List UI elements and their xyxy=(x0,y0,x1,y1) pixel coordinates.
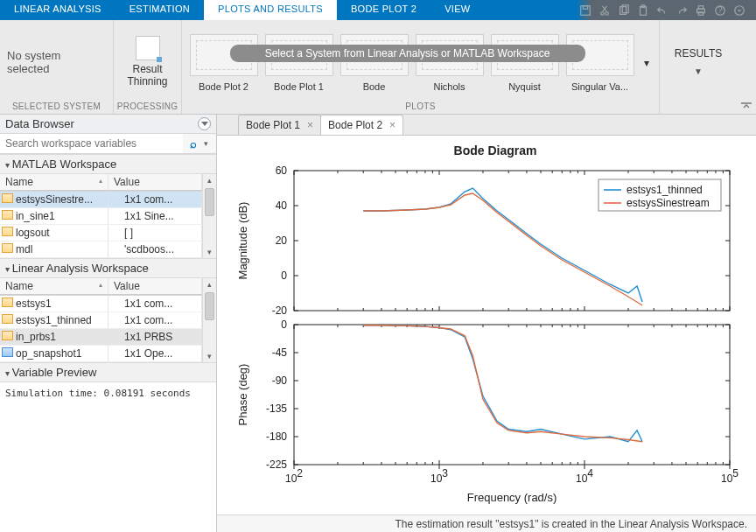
ribbon-tabs: LINEAR ANALYSIS ESTIMATION PLOTS AND RES… xyxy=(0,0,756,20)
results-dropdown[interactable]: ▼ xyxy=(694,66,703,76)
svg-text:estsysSinestream: estsysSinestream xyxy=(626,197,710,209)
svg-text:-20: -20 xyxy=(272,304,288,317)
ribbon-tab-estimation[interactable]: ESTIMATION xyxy=(116,0,204,20)
table-row[interactable]: mdl'scdboos... xyxy=(0,242,202,258)
scroll-up-icon[interactable]: ▴ xyxy=(203,174,216,186)
svg-text:102: 102 xyxy=(285,467,303,485)
scroll-down-icon[interactable]: ▾ xyxy=(203,246,216,258)
group-title-selected-system: SELECTED SYSTEM xyxy=(0,100,113,114)
matlab-workspace-header[interactable]: Name Value xyxy=(0,174,202,192)
help-icon[interactable]: ? xyxy=(712,3,728,18)
plot-thumb-label: Bode Plot 2 xyxy=(199,81,248,92)
bode-chart: Bode Diagram-200204060-225-180-135-90-45… xyxy=(217,136,756,512)
plot-gallery: Bode Plot 2 Bode Plot 1 Bode Nichols Nyq… xyxy=(186,34,655,92)
col-name[interactable]: Name xyxy=(0,278,108,295)
group-plots: Bode Plot 2 Bode Plot 1 Bode Nichols Nyq… xyxy=(182,20,660,114)
svg-text:103: 103 xyxy=(430,467,448,485)
data-browser-title: Data Browser xyxy=(5,117,198,130)
linear-workspace-header[interactable]: Name Value xyxy=(0,278,202,296)
doc-tab-bode-plot-1[interactable]: Bode Plot 1 × xyxy=(238,115,321,135)
table-row[interactable]: estsys1_thinned1x1 com... xyxy=(0,312,202,329)
plot-thumb-label: Nyquist xyxy=(508,81,541,92)
svg-text:0: 0 xyxy=(281,318,287,331)
svg-text:-90: -90 xyxy=(272,374,288,387)
group-results: RESULTS ▼ xyxy=(660,20,737,114)
paste-icon[interactable] xyxy=(635,3,651,18)
svg-text:0: 0 xyxy=(281,270,287,282)
ribbon-tab-linear-analysis[interactable]: LINEAR ANALYSIS xyxy=(0,0,116,20)
svg-text:-135: -135 xyxy=(266,402,287,415)
search-input[interactable] xyxy=(0,134,183,153)
more-icon[interactable] xyxy=(732,3,747,18)
print-icon[interactable] xyxy=(693,3,709,18)
variable-preview-body: Simulation time: 0.08191 seconds xyxy=(0,382,216,532)
save-icon[interactable] xyxy=(578,3,593,18)
svg-text:60: 60 xyxy=(276,164,288,177)
svg-text:-225: -225 xyxy=(266,458,287,471)
scroll-up-icon[interactable]: ▴ xyxy=(203,278,216,290)
ribbon-tab-view[interactable]: VIEW xyxy=(430,0,484,20)
plot-thumb-label: Bode Plot 1 xyxy=(274,81,324,92)
doc-tab-bode-plot-2[interactable]: Bode Plot 2 × xyxy=(320,115,403,135)
bode-plot-area[interactable]: Bode Diagram-200204060-225-180-135-90-45… xyxy=(217,136,756,514)
ribbon-tab-plots-and-results[interactable]: PLOTS AND RESULTS xyxy=(204,0,337,20)
svg-text:-45: -45 xyxy=(272,346,288,359)
data-browser-menu-button[interactable] xyxy=(198,117,211,130)
scroll-thumb[interactable] xyxy=(205,188,214,216)
plot-gallery-dropdown[interactable]: ▾ xyxy=(638,54,655,72)
svg-text:Phase (deg): Phase (deg) xyxy=(236,364,249,426)
section-linear-analysis-workspace[interactable]: Linear Analysis Workspace xyxy=(0,258,216,278)
table-row[interactable]: estsysSinestre...1x1 com... xyxy=(0,192,202,208)
plot-thumb-bode-plot-2[interactable]: Bode Plot 2 xyxy=(186,34,262,92)
table-row[interactable]: in_prbs11x1 PRBS xyxy=(0,329,202,346)
svg-rect-9 xyxy=(698,5,703,9)
section-matlab-workspace[interactable]: MATLAB Workspace xyxy=(0,154,216,174)
matlab-workspace-rows: estsysSinestre...1x1 com...in_sine11x1 S… xyxy=(0,192,202,258)
ribbon-tab-bode-plot-2[interactable]: BODE PLOT 2 xyxy=(337,0,430,20)
collapse-toolstrip-button[interactable] xyxy=(737,20,756,114)
search-icon[interactable]: ⌕ xyxy=(183,137,204,150)
search-dropdown[interactable]: ▾ xyxy=(204,139,216,148)
copy-icon[interactable] xyxy=(616,3,632,18)
result-thinning-icon xyxy=(136,36,160,60)
group-title-plots: PLOTS xyxy=(182,100,659,114)
col-value[interactable]: Value xyxy=(108,174,202,191)
svg-text:105: 105 xyxy=(721,467,738,485)
table-row[interactable]: op_snapshot11x1 Ope... xyxy=(0,346,202,362)
cut-icon[interactable] xyxy=(597,3,612,18)
scrollbar-vertical[interactable]: ▴ ▾ xyxy=(202,278,216,362)
plot-thumb-singular-values[interactable]: Singular Va... xyxy=(563,34,638,92)
result-thinning-label: Result Thinning xyxy=(121,64,174,88)
group-title-results xyxy=(660,100,737,114)
result-thinning-button[interactable]: Result Thinning xyxy=(121,36,174,88)
plot-thumb-label: Singular Va... xyxy=(571,81,628,92)
scroll-thumb[interactable] xyxy=(205,292,214,320)
redo-icon[interactable] xyxy=(674,3,690,18)
table-row[interactable]: estsys11x1 com... xyxy=(0,296,202,312)
results-label: RESULTS xyxy=(675,47,722,60)
col-value[interactable]: Value xyxy=(108,278,202,295)
plot-thumb-label: Nichols xyxy=(433,81,465,92)
plot-thumb-bode-plot-1[interactable]: Bode Plot 1 xyxy=(262,34,337,92)
scrollbar-vertical[interactable]: ▴ ▾ xyxy=(202,174,216,258)
table-row[interactable]: in_sine11x1 Sine... xyxy=(0,208,202,225)
undo-icon[interactable] xyxy=(654,3,670,18)
svg-text:Bode Diagram: Bode Diagram xyxy=(454,144,537,158)
variable-icon xyxy=(2,298,13,307)
plot-thumb-nyquist[interactable]: Nyquist xyxy=(487,34,563,92)
scroll-down-icon[interactable]: ▾ xyxy=(203,350,216,362)
close-icon[interactable]: × xyxy=(307,119,313,131)
section-variable-preview[interactable]: Variable Preview xyxy=(0,362,216,382)
table-row[interactable]: logsout[ ] xyxy=(0,225,202,242)
linear-workspace-rows: estsys11x1 com...estsys1_thinned1x1 com.… xyxy=(0,296,202,362)
plot-thumb-bode[interactable]: Bode xyxy=(337,34,412,92)
plot-thumb-nichols[interactable]: Nichols xyxy=(412,34,487,92)
svg-text:104: 104 xyxy=(576,467,593,485)
document-area: Bode Plot 1 × Bode Plot 2 × Bode Diagram… xyxy=(217,115,756,532)
close-icon[interactable]: × xyxy=(389,119,396,131)
svg-rect-10 xyxy=(698,11,703,15)
svg-text:?: ? xyxy=(718,4,723,15)
svg-text:40: 40 xyxy=(276,200,288,212)
col-name[interactable]: Name xyxy=(0,174,108,191)
variable-icon xyxy=(2,331,13,340)
